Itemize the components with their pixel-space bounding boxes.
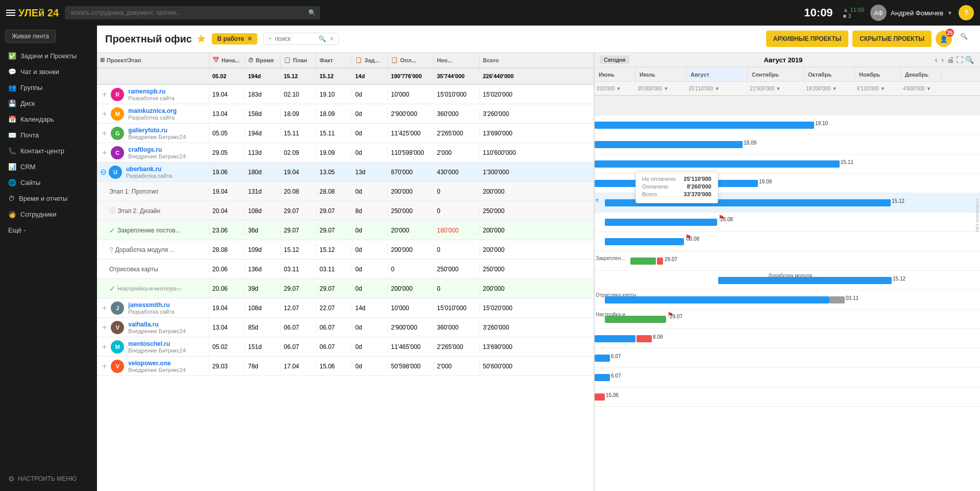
archive-projects-button[interactable]: АРХИВНЫЕ ПРОЕКТЫ xyxy=(766,31,849,47)
table-row: + M mentoschel.ru Внедрение Битрикс24 05… xyxy=(97,337,594,357)
row-add-icon[interactable]: + xyxy=(100,90,109,99)
row-add-icon[interactable]: + xyxy=(100,148,109,157)
gantt-month-oct: Октябрь xyxy=(804,67,855,81)
gantt-expand-button[interactable]: ⛶ xyxy=(955,55,964,65)
hidden-projects-button[interactable]: СКРЫТЫЕ ПРОЕКТЫ xyxy=(852,31,932,47)
cell-time: 180d xyxy=(245,167,281,178)
row-add-icon[interactable]: + xyxy=(100,109,109,119)
sidebar-item-sites[interactable]: 🌐 Сайты xyxy=(0,175,97,191)
row-add-icon[interactable]: + xyxy=(100,362,109,371)
page-header: Проектный офис ★ В работе ✕ + 🔍 ✕ АРХИВН… xyxy=(97,26,980,53)
sidebar-item-time[interactable]: ⏱ Время и отчеты xyxy=(0,191,97,206)
task-cell: Отрисовка карты xyxy=(97,264,209,275)
cell-start: 13.04 xyxy=(209,322,245,333)
user-menu[interactable]: АФ Андрей Фомичев ▼ xyxy=(870,5,952,21)
project-name[interactable]: mentoschel.ru xyxy=(128,340,186,347)
cell-paid: 0 xyxy=(388,264,434,275)
sub-sep: 21'005'000 ▼ xyxy=(748,82,804,95)
cell-paid: 50'598'000 xyxy=(388,361,434,372)
row-add-icon[interactable]: + xyxy=(100,303,109,313)
project-name[interactable]: galleryfoto.ru xyxy=(128,127,186,134)
gantt-bar xyxy=(718,277,892,284)
sidebar-item-calendar[interactable]: 📅 Календарь xyxy=(0,111,97,127)
avatar: G xyxy=(111,127,124,140)
cell-unpaid: 15'010'000 xyxy=(434,302,480,314)
live-feed-button[interactable]: Живая лента xyxy=(5,30,56,43)
search-bar[interactable]: 🔍 xyxy=(65,6,320,19)
sub-jul: 35'000'000 ▼ xyxy=(635,82,687,95)
tooltip-paid-label: Оплачено xyxy=(642,183,668,190)
row-add-icon[interactable]: + xyxy=(100,323,109,332)
notifications-badge[interactable]: 👤 25 xyxy=(936,31,952,47)
project-info: uberbank.ru Разработка сайта xyxy=(126,166,172,179)
gantt-print-button[interactable]: 🖨 xyxy=(946,55,955,65)
contact-icon: 📞 xyxy=(8,147,16,155)
project-name[interactable]: jamessmith.ru xyxy=(128,301,174,309)
cell-time: 136d xyxy=(245,264,281,275)
gantt-task-row: Отрисовка карты 03.11 xyxy=(595,290,980,310)
cell-time: 78d xyxy=(245,361,281,372)
sidebar-item-mail[interactable]: ✉️ Почта xyxy=(0,127,97,143)
gantt-prev-button[interactable]: ‹ xyxy=(933,55,940,65)
cell-fact: 03.11 xyxy=(316,264,352,275)
project-name[interactable]: velopower.one xyxy=(128,360,186,367)
cell-total: 200'000 xyxy=(480,186,531,197)
gantt-search-button[interactable]: 🔍 xyxy=(964,55,975,65)
sidebar: Живая лента ✅ Задачи и Проекты 💬 Чат и з… xyxy=(0,26,97,491)
cell-time: 39d xyxy=(245,283,281,294)
gantt-today-button[interactable]: Сегодня xyxy=(600,56,629,64)
project-name[interactable]: mainkuznica.org xyxy=(128,107,177,114)
hamburger-menu[interactable] xyxy=(6,10,15,16)
gantt-row: 19.10 xyxy=(595,115,980,135)
filter-close-icon[interactable]: ✕ xyxy=(247,35,252,42)
cell-start: 20.06 xyxy=(209,283,245,294)
project-name[interactable]: uberbank.ru xyxy=(126,166,172,173)
sidebar-item-chat[interactable]: 💬 Чат и звонки xyxy=(0,64,97,80)
cell-unpaid: 180'000 xyxy=(434,225,480,236)
bar-label-end: 15.12 xyxy=(892,198,904,204)
gantt-next-button[interactable]: › xyxy=(939,55,946,65)
bar-label: 6.07 xyxy=(611,354,621,359)
filter-search-box[interactable]: + 🔍 ✕ xyxy=(263,33,339,45)
gantt-row: 15.06 xyxy=(595,387,980,407)
project-name[interactable]: ramenspb.ru xyxy=(128,88,174,95)
cell-unpaid: 0 xyxy=(434,186,480,197)
cell-task: 0d xyxy=(352,225,388,236)
check-icon: ✓ xyxy=(109,226,115,235)
row-collapse-icon[interactable]: ⊖ xyxy=(100,167,107,177)
project-name[interactable]: valhalla.ru xyxy=(128,321,186,328)
table-icon: ⊞ xyxy=(100,57,105,63)
sidebar-item-more[interactable]: Ещё - xyxy=(0,222,97,238)
cell-total: 15'020'000 xyxy=(480,302,531,314)
mail-icon: ✉️ xyxy=(8,131,16,139)
summary-fact: 15.12 xyxy=(316,68,352,84)
cell-paid: 250'000 xyxy=(388,205,434,217)
cell-total: 3'260'000 xyxy=(480,108,531,120)
filter-search-input[interactable] xyxy=(275,35,315,42)
gantt-bar xyxy=(595,141,743,148)
sidebar-item-tasks[interactable]: ✅ Задачи и Проекты xyxy=(0,48,97,64)
row-add-icon[interactable]: + xyxy=(100,129,109,138)
settings-menu[interactable]: ⚙ НАСТРОИТЬ МЕНЮ xyxy=(0,471,97,487)
paid-icon: 📋 xyxy=(391,57,398,63)
cell-unpaid: 360'000 xyxy=(434,108,480,120)
project-name[interactable]: craftlogs.ru xyxy=(128,146,186,153)
cell-start: 13.04 xyxy=(209,108,245,120)
filter-active-tag[interactable]: В работе ✕ xyxy=(212,33,257,44)
notification-area[interactable]: ▲ 11:00 ■ 3 xyxy=(843,7,864,19)
sidebar-item-employees[interactable]: 🧑 Сотрудники xyxy=(0,206,97,222)
search-header-icon[interactable]: 🔍 xyxy=(956,31,972,47)
sidebar-item-contact[interactable]: 📞 Контакт-центр xyxy=(0,143,97,159)
sidebar-item-crm[interactable]: 📊 CRM xyxy=(0,159,97,175)
cell-paid: 110'598'000 xyxy=(388,147,434,158)
task-col-icon: 📋 xyxy=(355,57,362,63)
task-row: ✓ Настройка и интегра... 20.06 39d 29.07… xyxy=(97,279,594,298)
search-input[interactable] xyxy=(65,6,320,19)
help-button[interactable]: ? xyxy=(959,5,974,20)
row-add-icon[interactable]: + xyxy=(100,342,109,352)
cell-plan: 02.09 xyxy=(281,147,316,158)
sidebar-item-disk[interactable]: 💾 Диск xyxy=(0,96,97,111)
sidebar-item-groups[interactable]: 👥 Группы xyxy=(0,80,97,96)
time-col-icon: ⏱ xyxy=(248,57,254,63)
stage-cell: Этап 1: Прототип xyxy=(97,186,209,197)
